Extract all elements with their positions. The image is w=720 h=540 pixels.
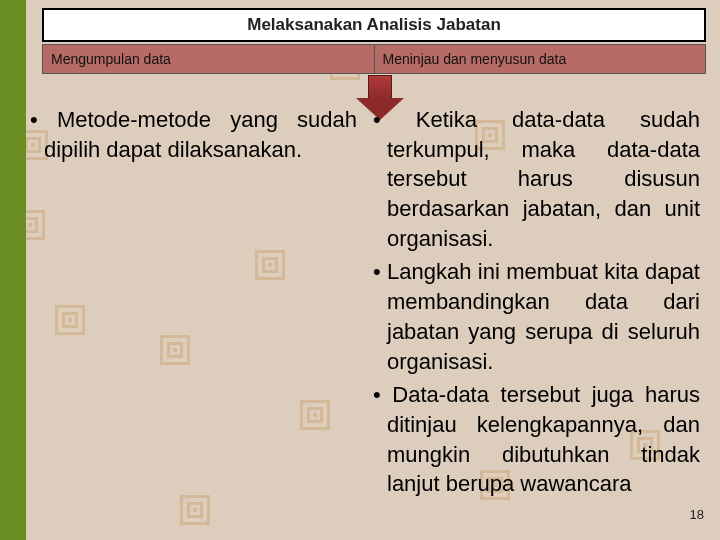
left-column: Metode-metode yang sudah dipilih dapat d… [28,105,371,535]
right-column: Ketika data-data sudah terkumpul, maka d… [371,105,714,535]
header-right-text: Meninjau dan menyusun data [383,51,567,67]
header-right: Meninjau dan menyusun data [375,44,707,74]
header-left: Mengumpulan data [42,44,375,74]
accent-sidebar [0,0,26,540]
slide-title: Melaksanakan Analisis Jabatan [247,15,501,35]
list-item: Ketika data-data sudah terkumpul, maka d… [373,105,700,253]
content-columns: Metode-metode yang sudah dipilih dapat d… [28,105,714,535]
list-item: Langkah ini membuat kita dapat membandin… [373,257,700,376]
page-number: 18 [690,507,704,522]
list-item: Data-data tersebut juga harus ditinjau k… [373,380,700,499]
title-box: Melaksanakan Analisis Jabatan [42,8,706,42]
list-item: Metode-metode yang sudah dipilih dapat d… [30,105,357,164]
column-headers: Mengumpulan data Meninjau dan menyusun d… [42,44,706,74]
header-left-text: Mengumpulan data [51,51,171,67]
